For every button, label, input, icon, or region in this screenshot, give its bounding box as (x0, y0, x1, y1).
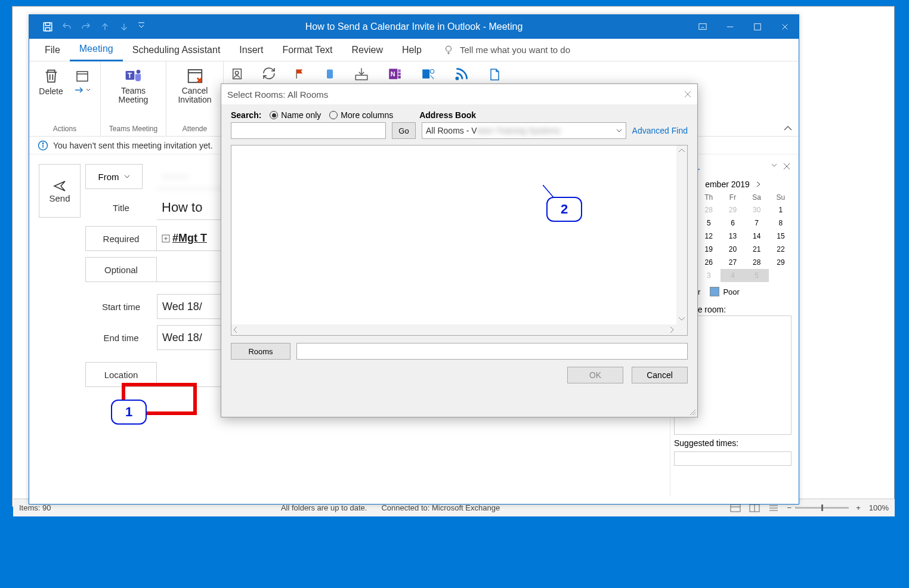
cal-day[interactable]: 28 (745, 256, 769, 269)
tab-meeting[interactable]: Meeting (70, 39, 123, 61)
cal-day[interactable]: 29 (721, 203, 744, 216)
tab-help[interactable]: Help (392, 39, 431, 61)
scroll-up-icon[interactable] (676, 147, 687, 155)
info-icon (38, 140, 48, 151)
suggested-times-field[interactable] (674, 451, 791, 466)
view-list-icon[interactable] (768, 504, 779, 512)
search-input[interactable] (231, 122, 386, 139)
cal-day[interactable]: 13 (721, 230, 744, 243)
cal-day[interactable]: 26 (697, 256, 721, 269)
cal-day[interactable]: 4 (721, 269, 744, 282)
maximize-button[interactable] (744, 15, 771, 39)
delete-button[interactable]: Delete (36, 64, 65, 97)
expand-icon (162, 234, 170, 243)
send-button[interactable]: Send (39, 164, 81, 218)
optional-button[interactable]: Optional (85, 257, 157, 282)
cal-day[interactable]: 8 (769, 216, 793, 230)
rss-icon[interactable] (454, 66, 469, 82)
tab-format-text[interactable]: Format Text (273, 39, 342, 61)
flag-icon[interactable] (294, 66, 306, 82)
delete-label: Delete (39, 86, 63, 96)
scroll-left-icon[interactable] (231, 324, 240, 335)
scroll-right-icon[interactable] (668, 324, 676, 335)
cal-day[interactable]: 29 (769, 256, 793, 269)
tab-scheduling-assistant[interactable]: Scheduling Assistant (123, 39, 230, 61)
view-normal-icon[interactable] (730, 504, 741, 512)
resize-grip-icon[interactable] (689, 408, 696, 416)
minimize-button[interactable] (716, 15, 744, 39)
address-book-icon[interactable] (231, 66, 244, 82)
cal-day[interactable]: 30 (745, 203, 769, 216)
required-button[interactable]: Required (85, 226, 157, 251)
tab-review[interactable]: Review (342, 39, 392, 61)
zoom-control[interactable]: −+ (787, 503, 861, 512)
from-button[interactable]: From (85, 164, 143, 189)
tell-me-search[interactable]: Tell me what you want to do (443, 45, 570, 55)
cal-day[interactable]: 22 (769, 243, 793, 256)
advanced-find-link[interactable]: Advanced Find (632, 126, 688, 135)
tab-file[interactable]: File (35, 39, 70, 61)
close-icon[interactable] (783, 163, 790, 170)
tab-insert[interactable]: Insert (230, 39, 273, 61)
legend-poor: Poor (723, 287, 739, 296)
cal-day[interactable]: 27 (721, 256, 744, 269)
cal-day[interactable]: 1 (769, 203, 793, 216)
cal-day[interactable]: 20 (721, 243, 744, 256)
teams-meeting-button[interactable]: T Teams Meeting (106, 64, 161, 106)
selected-rooms-input[interactable] (296, 343, 688, 360)
cal-day[interactable]: 7 (745, 216, 769, 230)
cal-day[interactable]: 14 (745, 230, 769, 243)
cal-day[interactable]: 21 (745, 243, 769, 256)
onenote-icon[interactable]: N (387, 66, 403, 82)
cal-day[interactable]: 15 (769, 230, 793, 243)
ribbon-display-icon[interactable] (689, 15, 716, 39)
categorize-icon[interactable] (324, 66, 336, 82)
collapse-ribbon-icon[interactable] (783, 125, 793, 132)
required-val: #Mgt T (172, 232, 207, 245)
cancel-invitation-button[interactable]: Cancel Invitation (171, 64, 218, 106)
ribbon-tabs: File Meeting Scheduling Assistant Insert… (29, 39, 799, 61)
cal-day[interactable]: 3 (697, 269, 721, 282)
insights-icon[interactable] (421, 66, 436, 82)
down-icon[interactable] (119, 21, 129, 32)
recurrence-icon[interactable] (262, 66, 276, 81)
scroll-down-icon[interactable] (676, 315, 687, 323)
calendar-forward-button[interactable] (72, 64, 93, 95)
view-reading-icon[interactable] (749, 504, 760, 512)
cancel-button[interactable]: Cancel (632, 367, 688, 383)
close-button[interactable] (771, 15, 799, 39)
end-time-label: End time (85, 325, 157, 350)
rooms-listbox[interactable] (231, 145, 688, 336)
chevron-down-icon (124, 174, 130, 179)
redo-icon[interactable] (81, 21, 91, 32)
up-icon[interactable] (100, 21, 110, 32)
download-icon[interactable] (354, 66, 369, 82)
cal-day[interactable]: 28 (697, 203, 721, 216)
send-label: Send (49, 193, 70, 203)
cal-day[interactable]: 12 (697, 230, 721, 243)
qat-menu-icon[interactable] (138, 21, 149, 32)
cal-day[interactable]: 6 (721, 216, 744, 230)
callout-1: 1 (111, 400, 147, 425)
cal-day[interactable]: 19 (697, 243, 721, 256)
vertical-scrollbar[interactable] (676, 146, 687, 335)
status-items: Items: 90 (19, 503, 51, 512)
go-button[interactable]: Go (392, 122, 416, 139)
name-only-radio[interactable]: Name only (270, 110, 321, 120)
undo-icon[interactable] (61, 21, 72, 32)
address-book-select[interactable]: All Rooms - Vision Training Systems (422, 122, 626, 139)
radio-label: More columns (341, 110, 393, 120)
ok-button[interactable]: OK (567, 367, 623, 383)
save-icon[interactable] (42, 21, 53, 32)
chevron-down-icon (86, 88, 91, 92)
cal-day[interactable]: 5 (745, 269, 769, 282)
close-icon[interactable] (684, 91, 691, 98)
more-columns-radio[interactable]: More columns (329, 110, 393, 120)
chevron-down-icon[interactable] (771, 163, 777, 168)
next-month-icon[interactable] (756, 181, 760, 187)
horizontal-scrollbar[interactable] (231, 324, 676, 335)
cal-day[interactable] (769, 269, 793, 282)
rooms-button[interactable]: Rooms (231, 343, 290, 360)
cal-day[interactable]: 5 (697, 216, 721, 230)
template-icon[interactable] (487, 66, 502, 83)
